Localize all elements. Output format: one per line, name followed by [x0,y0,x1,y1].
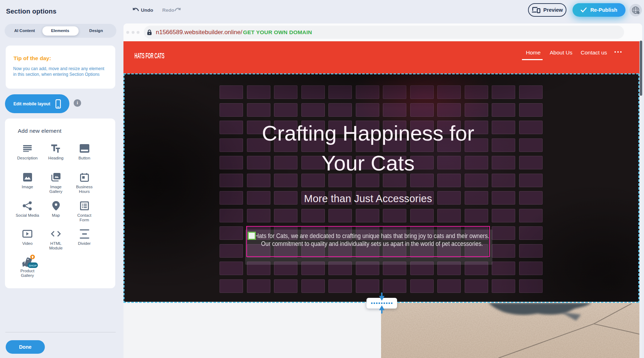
svg-text:SHOP: SHOP [29,264,37,267]
